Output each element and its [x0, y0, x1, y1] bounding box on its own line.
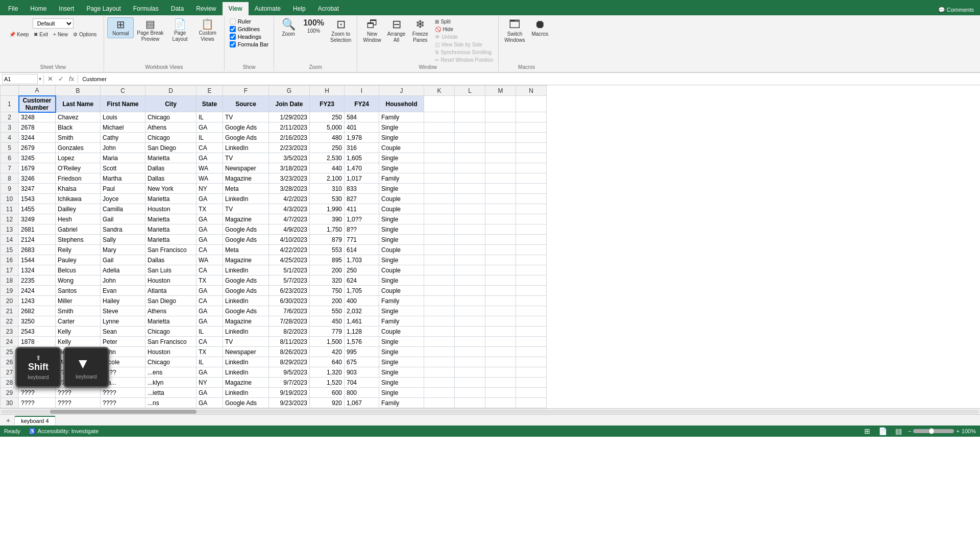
cell-row26-col8[interactable]: 675 [345, 357, 379, 367]
row-header-9[interactable]: 9 [1, 184, 19, 194]
cell-extra-14-1[interactable] [455, 235, 485, 245]
cell-row10-col7[interactable]: 530 [310, 194, 345, 204]
cell-row25-col6[interactable]: 8/26/2023 [269, 347, 310, 357]
cell-row12-col8[interactable]: 1,0?? [345, 214, 379, 224]
cell-row28-col8[interactable]: 704 [345, 378, 379, 388]
cell-row20-col0[interactable]: 1243 [19, 296, 56, 306]
cell-extra-10-2[interactable] [485, 194, 516, 204]
cell-row21-col3[interactable]: Athens [145, 306, 197, 316]
formula-bar-checkbox-label[interactable]: Formula Bar [230, 41, 269, 47]
cell-extra-24-0[interactable] [424, 337, 455, 347]
col-header-G[interactable]: G [269, 86, 310, 96]
cell-row17-col9[interactable]: Couple [379, 265, 424, 276]
cell-extra-17-0[interactable] [424, 265, 455, 276]
col-header-L[interactable]: L [455, 86, 485, 96]
col-header-K[interactable]: K [424, 86, 455, 96]
cell-row2-col2[interactable]: Louis [101, 112, 145, 122]
cell-extra-28-3[interactable] [516, 378, 547, 388]
cell-row2-col4[interactable]: IL [197, 112, 223, 122]
cell-extra-3-2[interactable] [485, 122, 516, 133]
cell-row13-col3[interactable]: Marietta [145, 224, 197, 235]
cell-extra-11-1[interactable] [455, 204, 485, 214]
ruler-checkbox-label[interactable]: Ruler [230, 18, 269, 24]
cell-row29-col6[interactable]: 9/19/2023 [269, 388, 310, 398]
cell-row30-col3[interactable]: ...ns [145, 398, 197, 408]
col-header-N[interactable]: N [516, 86, 547, 96]
cell-row28-col5[interactable]: Magazine [223, 378, 269, 388]
sync-scroll-btn[interactable]: ⇅ Synchronous Scrolling [433, 49, 495, 56]
cell-row4-col5[interactable]: Google Ads [223, 133, 269, 143]
cell-row2-col8[interactable]: 584 [345, 112, 379, 122]
cell-row8-col8[interactable]: 1,017 [345, 173, 379, 184]
normal-view-btn[interactable]: ⊞ Normal [107, 17, 134, 38]
unhide-btn[interactable]: 👁 Unhide [433, 34, 495, 40]
cell-extra-16-2[interactable] [485, 255, 516, 265]
cell-extra-23-2[interactable] [485, 327, 516, 337]
cell-row27-col9[interactable]: Single [379, 367, 424, 378]
cell-extra-27-3[interactable] [516, 367, 547, 378]
confirm-formula-icon[interactable]: ✓ [57, 75, 65, 83]
col-header-M[interactable]: M [485, 86, 516, 96]
row-header-18[interactable]: 18 [1, 276, 19, 286]
cell-row16-col6[interactable]: 4/25/2023 [269, 255, 310, 265]
cell-row12-col5[interactable]: Magazine [223, 214, 269, 224]
cell-row7-col4[interactable]: WA [197, 163, 223, 173]
cell-row18-col5[interactable]: Google Ads [223, 276, 269, 286]
cell-extra-15-2[interactable] [485, 245, 516, 255]
cell-row29-col2[interactable]: ???? [101, 388, 145, 398]
tab-view[interactable]: View [223, 2, 249, 15]
cell-row20-col2[interactable]: Hailey [101, 296, 145, 306]
cell-row18-col1[interactable]: Wong [56, 276, 101, 286]
tab-home[interactable]: Home [24, 2, 53, 15]
cell-row13-col7[interactable]: 1,750 [310, 224, 345, 235]
cell-row15-col3[interactable]: San Francisco [145, 245, 197, 255]
cell-row7-col3[interactable]: Dallas [145, 163, 197, 173]
cell-row17-col3[interactable]: San Luis [145, 265, 197, 276]
cell-row6-col5[interactable]: TV [223, 153, 269, 163]
cell-row23-col4[interactable]: IL [197, 327, 223, 337]
row-header-1[interactable]: 1 [1, 96, 19, 112]
cell-extra-25-3[interactable] [516, 347, 547, 357]
cell-extra-26-2[interactable] [485, 357, 516, 367]
cell-row18-col6[interactable]: 5/7/2023 [269, 276, 310, 286]
cell-row4-col7[interactable]: 480 [310, 133, 345, 143]
cell-extra-6-2[interactable] [485, 153, 516, 163]
cell-row11-col8[interactable]: 411 [345, 204, 379, 214]
cell-extra-14-0[interactable] [424, 235, 455, 245]
cell-row13-col5[interactable]: Google Ads [223, 224, 269, 235]
cell-row16-col9[interactable]: Single [379, 255, 424, 265]
cell-row13-col6[interactable]: 4/9/2023 [269, 224, 310, 235]
cell-extra-8-0[interactable] [424, 173, 455, 184]
cell-extra-7-1[interactable] [455, 163, 485, 173]
cell-row10-col2[interactable]: Joyce [101, 194, 145, 204]
cell-row6-col0[interactable]: 3245 [19, 153, 56, 163]
cell-row22-col1[interactable]: Carter [56, 316, 101, 327]
cell-extra-17-2[interactable] [485, 265, 516, 276]
cell-row28-col4[interactable]: NY [197, 378, 223, 388]
cell-row14-col9[interactable]: Single [379, 235, 424, 245]
cell-extra-2-1[interactable] [455, 112, 485, 122]
cell-extra-15-0[interactable] [424, 245, 455, 255]
cell-extra-22-3[interactable] [516, 316, 547, 327]
cell-extra-8-2[interactable] [485, 173, 516, 184]
cell-D1[interactable]: City [145, 96, 197, 112]
cell-row23-col3[interactable]: Chicago [145, 327, 197, 337]
cell-extra-19-3[interactable] [516, 286, 547, 296]
cell-I1[interactable]: FY24 [345, 96, 379, 112]
cell-row24-col3[interactable]: San Francisco [145, 337, 197, 347]
row-header-17[interactable]: 17 [1, 265, 19, 276]
cell-extra-21-3[interactable] [516, 306, 547, 316]
col-header-A[interactable]: A [19, 86, 56, 96]
cell-row4-col3[interactable]: Chicago [145, 133, 197, 143]
cell-row23-col9[interactable]: Couple [379, 327, 424, 337]
cell-row28-col9[interactable]: Single [379, 378, 424, 388]
cell-row3-col7[interactable]: 5,000 [310, 122, 345, 133]
cell-row21-col6[interactable]: 7/6/2023 [269, 306, 310, 316]
headings-checkbox[interactable] [230, 34, 236, 40]
tab-file[interactable]: File [2, 2, 24, 15]
cell-row30-col1[interactable]: ???? [56, 398, 101, 408]
cell-row16-col0[interactable]: 1544 [19, 255, 56, 265]
cell-extra-14-2[interactable] [485, 235, 516, 245]
page-layout-btn[interactable]: 📄 PageLayout [167, 17, 193, 44]
cell-extra-20-1[interactable] [455, 296, 485, 306]
